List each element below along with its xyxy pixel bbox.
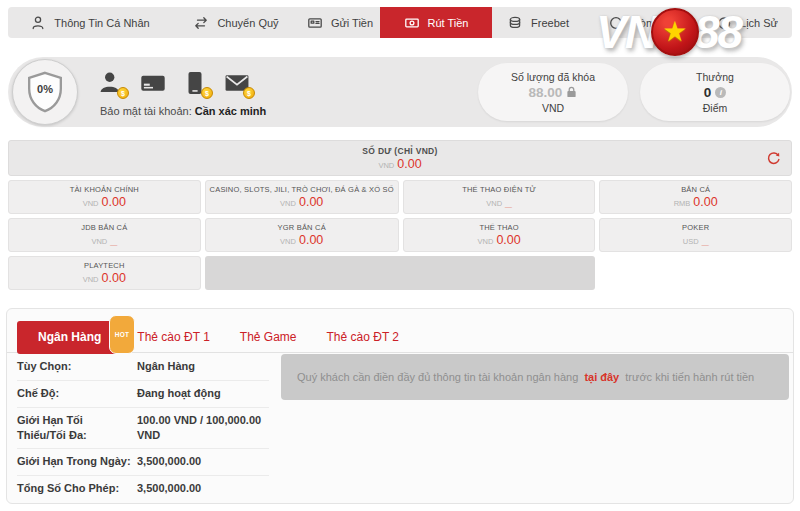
nav-item-history[interactable]: Lịch Sử — [702, 7, 792, 38]
detail-label: Tùy Chọn: — [17, 359, 137, 374]
coin-badge-icon — [243, 87, 255, 99]
detail-value: Đang hoạt động — [137, 386, 269, 401]
locked-amount-title: Số lượng đã khóa — [511, 71, 595, 83]
locked-amount-unit: VND — [542, 102, 564, 114]
withdraw-icon — [404, 15, 420, 31]
transfer-icon — [193, 15, 209, 31]
wallet-value: 0.00 — [102, 195, 126, 209]
tab-label: Thẻ Game — [240, 330, 297, 344]
detail-value: 3,500,000.00 — [137, 481, 269, 496]
notice-suffix: trước khi tiến hành rút tiền — [625, 371, 754, 383]
nav-item-label: Lịch Sử — [740, 17, 778, 29]
wallet-currency: VND — [486, 199, 502, 208]
tab-label: Thẻ cào ĐT 2 — [327, 330, 399, 344]
empty-wallet-strip — [205, 256, 596, 290]
coins-icon — [507, 15, 523, 31]
tab-label: Thẻ cào ĐT 1 — [137, 330, 209, 344]
wallet-value: 0.00 — [496, 233, 520, 247]
total-balance-currency: VND — [378, 161, 394, 170]
wallet-value: _ — [110, 233, 117, 247]
wallet-currency: RMB — [674, 199, 691, 208]
hot-badge: HOT — [109, 315, 136, 354]
wallet-label: JDB BẮN CÁ — [81, 223, 127, 232]
wallet-label: POKER — [682, 223, 709, 232]
detail-value: 100.00 VND / 100,000.00 VND — [137, 413, 269, 443]
verify-bankcard-item[interactable] — [140, 70, 166, 96]
wallet-currency: VND — [83, 199, 99, 208]
wallet-value: 0.00 — [102, 271, 126, 285]
detail-row-mode: Chế Độ: Đang hoạt động — [17, 381, 269, 408]
detail-value: Ngân Hàng — [137, 359, 269, 374]
wallet-value: _ — [702, 233, 709, 247]
wallet-cell-esports: THỂ THAO ĐIỆN TỬ VND_ — [403, 180, 596, 214]
bank-card-icon — [140, 70, 166, 96]
person-icon — [30, 15, 46, 31]
bonus-value: 0 — [704, 85, 712, 100]
tab-phone-card-1[interactable]: Thẻ cào ĐT 1 — [122, 322, 224, 352]
coin-badge-icon — [117, 87, 129, 99]
info-icon[interactable]: i — [715, 87, 726, 98]
bonus-unit: Điểm — [703, 102, 728, 114]
wallet-cell-sports: THỂ THAO VND0.00 — [403, 218, 596, 252]
detail-row-daily-limit: Giới Hạn Trong Ngày: 3,500,000.00 — [17, 449, 269, 476]
security-shield-badge: 0% — [12, 59, 78, 125]
tab-label: Ngân Hàng — [38, 330, 101, 344]
bank-info-link[interactable]: tại đây — [584, 371, 619, 383]
wallet-label: THỂ THAO — [479, 223, 518, 232]
wallet-label: CASINO, SLOTS, JILI, TRÒ CHƠI, ĐÁ GÀ & X… — [210, 185, 394, 194]
coin-badge-icon — [201, 87, 213, 99]
tab-phone-card-2[interactable]: Thẻ cào ĐT 2 — [312, 322, 414, 352]
wallet-currency: VND — [280, 199, 296, 208]
withdraw-panel: Ngân Hàng HOT Thẻ cào ĐT 1 Thẻ Game Thẻ … — [6, 308, 794, 504]
wallet-cell-jdb-fishing: JDB BẮN CÁ VND_ — [8, 218, 201, 252]
wallet-value: _ — [505, 195, 512, 209]
nav-item-mailbox[interactable]: Hòm Thư — [584, 7, 702, 38]
detail-row-total-allowed: Tổng Số Cho Phép: 3,500,000.00 — [17, 476, 269, 502]
verify-identity-item[interactable] — [98, 70, 124, 96]
wallet-cell-fishing: BẮN CÁ RMB0.00 — [599, 180, 792, 214]
nav-item-withdraw[interactable]: Rút Tiền — [380, 7, 492, 38]
withdraw-details: Tùy Chọn: Ngân Hàng Chế Độ: Đang hoạt độ… — [17, 354, 269, 502]
total-balance-value: 0.00 — [397, 157, 421, 171]
wallet-currency: VND — [83, 275, 99, 284]
nav-item-deposit[interactable]: Gửi Tiền — [300, 7, 380, 38]
wallet-currency: VND — [91, 237, 107, 246]
nav-item-transfer-funds[interactable]: Chuyển Quỹ — [172, 7, 300, 38]
verify-email-item[interactable] — [224, 70, 250, 96]
detail-value: 3,500,000.00 — [137, 454, 269, 469]
nav-item-freebet[interactable]: Freebet — [492, 7, 584, 38]
tab-bank[interactable]: Ngân Hàng HOT — [17, 321, 122, 354]
security-strip: 0% — [8, 57, 792, 127]
detail-row-option: Tùy Chọn: Ngân Hàng — [17, 354, 269, 381]
deposit-icon — [307, 15, 323, 31]
wallet-currency: VND — [280, 237, 296, 246]
total-balance-title: SỐ DƯ (CHỈ VND) — [362, 146, 437, 156]
detail-row-min-max-limit: Giới Hạn Tối Thiểu/Tối Đa: 100.00 VND / … — [17, 408, 269, 450]
detail-label: Giới Hạn Trong Ngày: — [17, 454, 137, 469]
refresh-icon[interactable] — [766, 151, 781, 166]
bank-info-notice: Quý khách cần điền đầy đủ thông tin tài … — [281, 354, 789, 400]
wallet-value: 0.00 — [299, 195, 323, 209]
wallet-label: TÀI KHOẢN CHÍNH — [70, 185, 139, 194]
wallet-cell-poker: POKER USD_ — [599, 218, 792, 252]
wallet-cell-playtech: PLAYTECH VND0.00 — [8, 256, 201, 290]
wallet-cell-ygr-fishing: YGR BẮN CÁ VND0.00 — [205, 218, 399, 252]
security-caption-prefix: Bảo mật tài khoản: — [100, 105, 195, 117]
account-nav: Thông Tin Cá Nhân Chuyển Quỹ Gửi Tiền Rú… — [8, 7, 792, 38]
security-caption-status: Cần xác minh — [195, 105, 267, 117]
verification-icons — [98, 70, 250, 96]
wallet-grid: TÀI KHOẢN CHÍNH VND0.00 CASINO, SLOTS, J… — [8, 180, 792, 290]
wallet-currency: VND — [478, 237, 494, 246]
verify-phone-item[interactable] — [182, 70, 208, 96]
nav-item-label: Gửi Tiền — [331, 17, 373, 29]
circle-icon — [608, 15, 624, 31]
wallet-label: THỂ THAO ĐIỆN TỬ — [462, 185, 536, 194]
nav-item-personal-info[interactable]: Thông Tin Cá Nhân — [8, 7, 172, 38]
security-percent: 0% — [23, 83, 67, 95]
wallet-label: BẮN CÁ — [681, 185, 710, 194]
security-caption: Bảo mật tài khoản: Cần xác minh — [100, 105, 266, 117]
tab-game-card[interactable]: Thẻ Game — [225, 322, 312, 352]
detail-label: Chế Độ: — [17, 386, 137, 401]
wallet-cell-casino: CASINO, SLOTS, JILI, TRÒ CHƠI, ĐÁ GÀ & X… — [205, 180, 399, 214]
total-balance-header: SỐ DƯ (CHỈ VND) VND 0.00 — [8, 140, 792, 176]
